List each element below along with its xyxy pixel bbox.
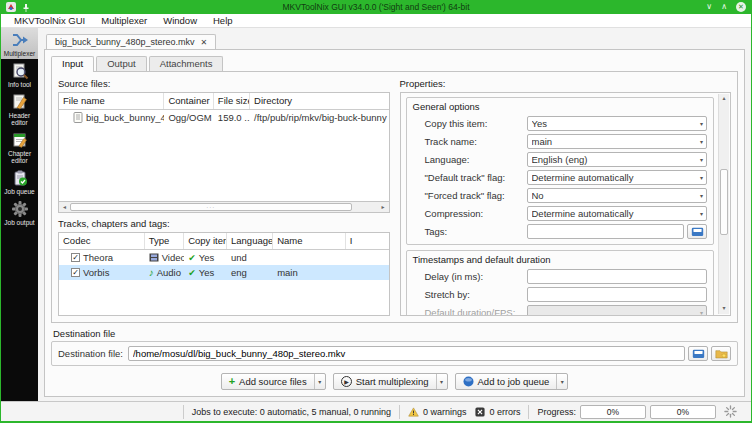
pin-icon[interactable] <box>22 3 30 12</box>
select-value: No <box>532 190 697 201</box>
add-source-files-button[interactable]: + Add source files ▾ <box>221 373 326 390</box>
default-track-flag-select[interactable]: Determine automatically ▾ <box>527 170 708 185</box>
cell-container: Ogg/OGM <box>164 112 213 123</box>
cell-copy-item: Yes <box>199 252 215 263</box>
compression-select[interactable]: Determine automatically ▾ <box>527 206 708 221</box>
field-label: Track name: <box>425 136 527 147</box>
cell-name: main <box>273 267 345 278</box>
cell-type: Audio <box>157 267 181 278</box>
horizontal-scrollbar[interactable]: ◂ ··· ▸ <box>58 202 390 213</box>
maximize-button[interactable]: ∧ <box>721 2 727 12</box>
scroll-left-icon[interactable]: ◂ <box>59 202 70 212</box>
start-multiplexing-dropdown[interactable]: ▾ <box>436 374 447 389</box>
timestamps-group: Timestamps and default duration Delay (i… <box>406 250 715 316</box>
sidebar-item-job-output[interactable]: Job output <box>1 197 38 228</box>
minimize-button[interactable]: ∨ <box>706 2 712 12</box>
job-output-icon <box>11 200 29 218</box>
column-header-type[interactable]: Type <box>145 233 185 249</box>
scrollbar-track <box>352 202 378 212</box>
scroll-right-icon[interactable]: ▸ <box>378 202 389 212</box>
errors-count: 0 errors <box>489 407 520 417</box>
file-tab[interactable]: big_buck_bunny_480p_stereo.mkv ✕ <box>46 34 216 49</box>
tab-attachments[interactable]: Attachments <box>149 56 224 71</box>
sidebar-item-info-tool[interactable]: Info tool <box>1 59 38 90</box>
tab-input[interactable]: Input <box>51 56 94 72</box>
destination-file-input[interactable] <box>128 346 685 361</box>
progress-section: Progress: 0% 0% <box>528 405 745 419</box>
select-value: Yes <box>532 118 697 129</box>
info-tool-icon <box>11 62 29 80</box>
forced-track-flag-select[interactable]: No ▾ <box>527 188 708 203</box>
job-queue-icon <box>11 169 29 187</box>
destination-file-label: Destination file: <box>58 348 123 359</box>
table-row[interactable]: big_buck_bunny_480p_... Ogg/OGM 159.0 ..… <box>59 110 389 125</box>
source-files-label: Source files: <box>58 78 390 89</box>
check-icon: ✔ <box>188 268 196 278</box>
scroll-down-icon[interactable]: ▾ <box>719 304 729 314</box>
column-header-name[interactable]: Name <box>273 233 345 249</box>
sidebar-item-label: Info tool <box>8 81 31 88</box>
sidebar-item-multiplexer[interactable]: Multiplexer <box>1 28 38 59</box>
tab-output[interactable]: Output <box>96 56 147 71</box>
open-file-icon <box>692 348 705 359</box>
column-header-codec[interactable]: Codec <box>59 233 145 249</box>
menu-multiplexer[interactable]: Multiplexer <box>94 14 154 27</box>
audio-icon: ♪ <box>149 267 154 278</box>
menu-help[interactable]: Help <box>206 14 240 27</box>
field-label: Copy this item: <box>425 118 527 129</box>
language-select[interactable]: English (eng) ▾ <box>527 152 708 167</box>
table-row[interactable]: ✓ Vorbis ♪ Audio ✔ Yes <box>59 265 389 280</box>
sidebar-item-job-queue[interactable]: Job queue <box>1 166 38 197</box>
scrollbar-thumb[interactable] <box>720 169 728 235</box>
field-label: Delay (in ms): <box>425 271 527 282</box>
column-header-file-size[interactable]: File size <box>214 93 250 109</box>
column-header-id[interactable]: I <box>346 233 389 249</box>
video-icon <box>149 253 159 262</box>
track-name-combo[interactable]: main ▾ <box>527 134 708 149</box>
sidebar-item-label: Job output <box>4 219 34 226</box>
properties-panel: General options Copy this item: Yes ▾ <box>400 92 732 316</box>
menu-window[interactable]: Window <box>156 14 204 27</box>
column-header-file-name[interactable]: File name <box>59 93 164 109</box>
title-bar: MKVToolNix GUI v34.0.0 ('Sight and Seen'… <box>1 0 751 14</box>
destination-section: Destination file Destination file: <box>51 327 738 366</box>
header-editor-icon <box>11 93 29 111</box>
add-to-job-queue-button[interactable]: Add to job queue ▾ <box>455 373 569 390</box>
add-source-files-dropdown[interactable]: ▾ <box>314 374 325 389</box>
column-header-copy-item[interactable]: Copy item <box>184 233 227 249</box>
button-label: Add to job queue <box>478 376 550 387</box>
start-multiplexing-button[interactable]: ▶ Start multiplexing ▾ <box>333 373 448 390</box>
destination-folder-button[interactable] <box>711 346 731 361</box>
select-value: English (eng) <box>532 154 697 165</box>
stretch-by-input[interactable] <box>527 287 708 302</box>
track-checkbox[interactable]: ✓ <box>71 253 80 262</box>
track-checkbox[interactable]: ✓ <box>71 268 80 277</box>
sidebar-item-label: Chapter editor <box>2 150 37 164</box>
table-row[interactable]: ✓ Theora Video ✔ Yes <box>59 250 389 265</box>
add-to-job-queue-dropdown[interactable]: ▾ <box>556 374 567 389</box>
tags-input[interactable] <box>527 224 685 239</box>
close-tab-icon[interactable]: ✕ <box>201 38 208 47</box>
scrollbar-thumb[interactable]: ··· <box>70 203 352 211</box>
column-header-language[interactable]: Language <box>227 233 273 249</box>
sidebar-item-label: Multiplexer <box>4 50 35 57</box>
sidebar-item-header-editor[interactable]: Header editor <box>1 90 38 128</box>
chevron-down-icon: ▾ <box>700 156 703 163</box>
app-icon <box>6 2 16 12</box>
column-header-directory[interactable]: Directory <box>250 93 388 109</box>
sidebar-item-chapter-editor[interactable]: Chapter editor <box>1 128 38 166</box>
delay-input[interactable] <box>527 269 708 284</box>
destination-group-label: Destination file <box>53 328 738 339</box>
chevron-down-icon: ▾ <box>700 174 703 181</box>
close-button[interactable]: ✕ <box>736 2 746 12</box>
properties-label: Properties: <box>400 78 732 89</box>
tags-browse-button[interactable] <box>687 224 707 239</box>
vertical-scrollbar[interactable]: ▴ ▾ <box>718 94 729 314</box>
scroll-up-icon[interactable]: ▴ <box>719 94 729 104</box>
destination-browse-button[interactable] <box>688 346 708 361</box>
column-header-container[interactable]: Container <box>164 93 213 109</box>
copy-this-item-select[interactable]: Yes ▾ <box>527 116 708 131</box>
plus-icon: + <box>229 376 235 387</box>
menu-mkvtoolnix-gui[interactable]: MKVToolNix GUI <box>7 14 92 27</box>
job-queue-ball-icon <box>463 376 474 387</box>
